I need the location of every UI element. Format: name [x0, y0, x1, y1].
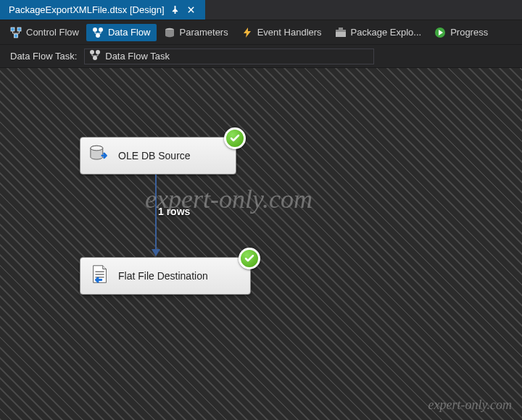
tab-parameters[interactable]: Parameters — [158, 24, 234, 41]
node-ole-db-source[interactable]: OLE DB Source — [80, 137, 236, 175]
node-label: Flat File Destination — [118, 270, 208, 282]
svg-point-12 — [96, 50, 100, 54]
tab-label: Event Handlers — [257, 27, 322, 38]
task-bar-label: Data Flow Task: — [10, 51, 77, 62]
success-badge-icon — [239, 248, 260, 269]
document-tab-active[interactable]: PackageExportXMLFile.dtsx [Design] — [0, 0, 205, 20]
close-icon[interactable] — [186, 6, 196, 14]
tab-progress[interactable]: Progress — [428, 24, 494, 41]
event-handlers-icon — [241, 27, 253, 38]
svg-rect-1 — [17, 28, 21, 31]
tab-label: Progress — [450, 27, 488, 38]
success-badge-icon — [224, 127, 246, 149]
tab-label: Parameters — [180, 27, 228, 38]
svg-rect-9 — [339, 28, 343, 30]
svg-rect-8 — [336, 30, 346, 32]
svg-rect-2 — [14, 34, 18, 38]
ssis-tab-bar: Control Flow Data Flow Parameters Event … — [0, 20, 522, 45]
control-flow-icon — [10, 27, 22, 38]
svg-point-11 — [90, 50, 94, 54]
tab-event-handlers[interactable]: Event Handlers — [236, 24, 328, 41]
tab-data-flow[interactable]: Data Flow — [86, 24, 157, 41]
task-icon — [89, 49, 101, 63]
document-tab-title: PackageExportXMLFile.dtsx [Design] — [9, 4, 165, 15]
node-flat-file-destination[interactable]: Flat File Destination — [80, 257, 251, 295]
tab-label: Data Flow — [108, 27, 151, 38]
node-label: OLE DB Source — [118, 150, 191, 161]
tab-label: Package Explo... — [351, 27, 422, 38]
flat-file-icon — [89, 264, 111, 288]
row-count-label: 1 rows — [158, 206, 190, 217]
document-tab-strip: PackageExportXMLFile.dtsx [Design] — [0, 0, 522, 20]
tab-package-explorer[interactable]: Package Explo... — [329, 24, 428, 41]
watermark-corner: expert-only.com — [428, 398, 512, 413]
db-source-icon — [89, 143, 111, 168]
pin-icon[interactable] — [170, 6, 181, 14]
task-selector[interactable]: Data Flow Task — [84, 49, 374, 64]
svg-point-4 — [99, 28, 103, 32]
parameters-icon — [164, 27, 175, 38]
svg-point-15 — [91, 146, 103, 151]
svg-rect-0 — [11, 28, 14, 31]
arrow-head-icon — [152, 249, 160, 256]
svg-point-3 — [93, 28, 97, 32]
task-selector-value: Data Flow Task — [105, 51, 170, 62]
design-canvas[interactable]: OLE DB Source 1 rows Flat File Destinati… — [0, 68, 522, 420]
tab-label: Control Flow — [26, 27, 79, 38]
package-explorer-icon — [335, 27, 347, 38]
data-path-arrow[interactable] — [155, 175, 157, 256]
data-flow-task-bar: Data Flow Task: Data Flow Task — [0, 45, 522, 68]
data-flow-icon — [92, 27, 104, 38]
progress-icon — [434, 27, 446, 38]
tab-control-flow[interactable]: Control Flow — [4, 24, 85, 41]
